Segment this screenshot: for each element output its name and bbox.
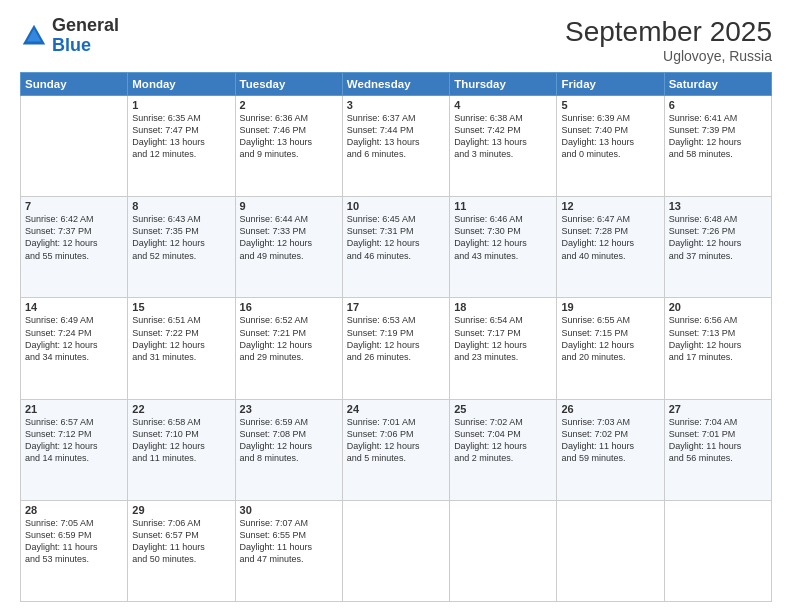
day-info: Sunrise: 6:37 AM Sunset: 7:44 PM Dayligh… bbox=[347, 112, 445, 161]
day-number: 9 bbox=[240, 200, 338, 212]
day-info: Sunrise: 6:53 AM Sunset: 7:19 PM Dayligh… bbox=[347, 314, 445, 363]
calendar-cell-w2-d6: 12Sunrise: 6:47 AM Sunset: 7:28 PM Dayli… bbox=[557, 197, 664, 298]
day-info: Sunrise: 6:49 AM Sunset: 7:24 PM Dayligh… bbox=[25, 314, 123, 363]
calendar-header-row: Sunday Monday Tuesday Wednesday Thursday… bbox=[21, 73, 772, 96]
col-wednesday: Wednesday bbox=[342, 73, 449, 96]
day-info: Sunrise: 6:39 AM Sunset: 7:40 PM Dayligh… bbox=[561, 112, 659, 161]
day-info: Sunrise: 6:59 AM Sunset: 7:08 PM Dayligh… bbox=[240, 416, 338, 465]
day-info: Sunrise: 6:46 AM Sunset: 7:30 PM Dayligh… bbox=[454, 213, 552, 262]
calendar-cell-w4-d6: 26Sunrise: 7:03 AM Sunset: 7:02 PM Dayli… bbox=[557, 399, 664, 500]
day-number: 6 bbox=[669, 99, 767, 111]
calendar-cell-w3-d3: 16Sunrise: 6:52 AM Sunset: 7:21 PM Dayli… bbox=[235, 298, 342, 399]
calendar-cell-w5-d5 bbox=[450, 500, 557, 601]
calendar-cell-w5-d6 bbox=[557, 500, 664, 601]
logo-blue-text: Blue bbox=[52, 35, 91, 55]
calendar-cell-w1-d3: 2Sunrise: 6:36 AM Sunset: 7:46 PM Daylig… bbox=[235, 96, 342, 197]
day-info: Sunrise: 6:44 AM Sunset: 7:33 PM Dayligh… bbox=[240, 213, 338, 262]
day-info: Sunrise: 6:57 AM Sunset: 7:12 PM Dayligh… bbox=[25, 416, 123, 465]
day-number: 13 bbox=[669, 200, 767, 212]
calendar-cell-w3-d6: 19Sunrise: 6:55 AM Sunset: 7:15 PM Dayli… bbox=[557, 298, 664, 399]
calendar-cell-w3-d5: 18Sunrise: 6:54 AM Sunset: 7:17 PM Dayli… bbox=[450, 298, 557, 399]
title-block: September 2025 Uglovoye, Russia bbox=[565, 16, 772, 64]
calendar-week-1: 1Sunrise: 6:35 AM Sunset: 7:47 PM Daylig… bbox=[21, 96, 772, 197]
day-number: 12 bbox=[561, 200, 659, 212]
header: General Blue September 2025 Uglovoye, Ru… bbox=[20, 16, 772, 64]
day-number: 1 bbox=[132, 99, 230, 111]
day-number: 25 bbox=[454, 403, 552, 415]
day-number: 16 bbox=[240, 301, 338, 313]
day-number: 17 bbox=[347, 301, 445, 313]
day-info: Sunrise: 6:47 AM Sunset: 7:28 PM Dayligh… bbox=[561, 213, 659, 262]
day-info: Sunrise: 6:41 AM Sunset: 7:39 PM Dayligh… bbox=[669, 112, 767, 161]
day-info: Sunrise: 6:36 AM Sunset: 7:46 PM Dayligh… bbox=[240, 112, 338, 161]
col-thursday: Thursday bbox=[450, 73, 557, 96]
calendar-cell-w2-d3: 9Sunrise: 6:44 AM Sunset: 7:33 PM Daylig… bbox=[235, 197, 342, 298]
day-number: 26 bbox=[561, 403, 659, 415]
calendar-cell-w4-d3: 23Sunrise: 6:59 AM Sunset: 7:08 PM Dayli… bbox=[235, 399, 342, 500]
day-info: Sunrise: 6:35 AM Sunset: 7:47 PM Dayligh… bbox=[132, 112, 230, 161]
calendar-cell-w2-d4: 10Sunrise: 6:45 AM Sunset: 7:31 PM Dayli… bbox=[342, 197, 449, 298]
day-number: 19 bbox=[561, 301, 659, 313]
day-number: 29 bbox=[132, 504, 230, 516]
calendar-cell-w1-d1 bbox=[21, 96, 128, 197]
calendar-week-3: 14Sunrise: 6:49 AM Sunset: 7:24 PM Dayli… bbox=[21, 298, 772, 399]
day-info: Sunrise: 6:42 AM Sunset: 7:37 PM Dayligh… bbox=[25, 213, 123, 262]
day-info: Sunrise: 6:43 AM Sunset: 7:35 PM Dayligh… bbox=[132, 213, 230, 262]
day-info: Sunrise: 7:03 AM Sunset: 7:02 PM Dayligh… bbox=[561, 416, 659, 465]
calendar-cell-w5-d4 bbox=[342, 500, 449, 601]
day-number: 5 bbox=[561, 99, 659, 111]
calendar-cell-w3-d1: 14Sunrise: 6:49 AM Sunset: 7:24 PM Dayli… bbox=[21, 298, 128, 399]
logo-icon bbox=[20, 22, 48, 50]
day-number: 21 bbox=[25, 403, 123, 415]
day-number: 11 bbox=[454, 200, 552, 212]
day-info: Sunrise: 7:05 AM Sunset: 6:59 PM Dayligh… bbox=[25, 517, 123, 566]
calendar-cell-w4-d4: 24Sunrise: 7:01 AM Sunset: 7:06 PM Dayli… bbox=[342, 399, 449, 500]
day-info: Sunrise: 6:51 AM Sunset: 7:22 PM Dayligh… bbox=[132, 314, 230, 363]
day-info: Sunrise: 6:54 AM Sunset: 7:17 PM Dayligh… bbox=[454, 314, 552, 363]
day-info: Sunrise: 6:58 AM Sunset: 7:10 PM Dayligh… bbox=[132, 416, 230, 465]
day-info: Sunrise: 7:02 AM Sunset: 7:04 PM Dayligh… bbox=[454, 416, 552, 465]
calendar-week-5: 28Sunrise: 7:05 AM Sunset: 6:59 PM Dayli… bbox=[21, 500, 772, 601]
calendar-cell-w5-d1: 28Sunrise: 7:05 AM Sunset: 6:59 PM Dayli… bbox=[21, 500, 128, 601]
day-number: 22 bbox=[132, 403, 230, 415]
calendar-cell-w4-d7: 27Sunrise: 7:04 AM Sunset: 7:01 PM Dayli… bbox=[664, 399, 771, 500]
calendar-week-2: 7Sunrise: 6:42 AM Sunset: 7:37 PM Daylig… bbox=[21, 197, 772, 298]
day-info: Sunrise: 7:07 AM Sunset: 6:55 PM Dayligh… bbox=[240, 517, 338, 566]
day-number: 3 bbox=[347, 99, 445, 111]
calendar-cell-w2-d5: 11Sunrise: 6:46 AM Sunset: 7:30 PM Dayli… bbox=[450, 197, 557, 298]
day-number: 10 bbox=[347, 200, 445, 212]
day-info: Sunrise: 6:38 AM Sunset: 7:42 PM Dayligh… bbox=[454, 112, 552, 161]
col-monday: Monday bbox=[128, 73, 235, 96]
location-subtitle: Uglovoye, Russia bbox=[565, 48, 772, 64]
calendar-cell-w5-d2: 29Sunrise: 7:06 AM Sunset: 6:57 PM Dayli… bbox=[128, 500, 235, 601]
day-info: Sunrise: 6:52 AM Sunset: 7:21 PM Dayligh… bbox=[240, 314, 338, 363]
day-number: 30 bbox=[240, 504, 338, 516]
day-number: 2 bbox=[240, 99, 338, 111]
day-number: 14 bbox=[25, 301, 123, 313]
calendar-cell-w3-d7: 20Sunrise: 6:56 AM Sunset: 7:13 PM Dayli… bbox=[664, 298, 771, 399]
day-number: 8 bbox=[132, 200, 230, 212]
month-title: September 2025 bbox=[565, 16, 772, 48]
day-number: 24 bbox=[347, 403, 445, 415]
day-info: Sunrise: 6:45 AM Sunset: 7:31 PM Dayligh… bbox=[347, 213, 445, 262]
day-number: 7 bbox=[25, 200, 123, 212]
col-sunday: Sunday bbox=[21, 73, 128, 96]
day-number: 28 bbox=[25, 504, 123, 516]
logo: General Blue bbox=[20, 16, 119, 56]
logo-text: General Blue bbox=[52, 16, 119, 56]
calendar-cell-w4-d2: 22Sunrise: 6:58 AM Sunset: 7:10 PM Dayli… bbox=[128, 399, 235, 500]
calendar-cell-w1-d2: 1Sunrise: 6:35 AM Sunset: 7:47 PM Daylig… bbox=[128, 96, 235, 197]
day-number: 4 bbox=[454, 99, 552, 111]
day-number: 15 bbox=[132, 301, 230, 313]
day-number: 27 bbox=[669, 403, 767, 415]
calendar-cell-w4-d1: 21Sunrise: 6:57 AM Sunset: 7:12 PM Dayli… bbox=[21, 399, 128, 500]
day-info: Sunrise: 6:55 AM Sunset: 7:15 PM Dayligh… bbox=[561, 314, 659, 363]
day-number: 20 bbox=[669, 301, 767, 313]
day-number: 23 bbox=[240, 403, 338, 415]
calendar-table: Sunday Monday Tuesday Wednesday Thursday… bbox=[20, 72, 772, 602]
calendar-cell-w1-d6: 5Sunrise: 6:39 AM Sunset: 7:40 PM Daylig… bbox=[557, 96, 664, 197]
day-info: Sunrise: 6:56 AM Sunset: 7:13 PM Dayligh… bbox=[669, 314, 767, 363]
calendar-cell-w3-d4: 17Sunrise: 6:53 AM Sunset: 7:19 PM Dayli… bbox=[342, 298, 449, 399]
day-info: Sunrise: 6:48 AM Sunset: 7:26 PM Dayligh… bbox=[669, 213, 767, 262]
day-number: 18 bbox=[454, 301, 552, 313]
